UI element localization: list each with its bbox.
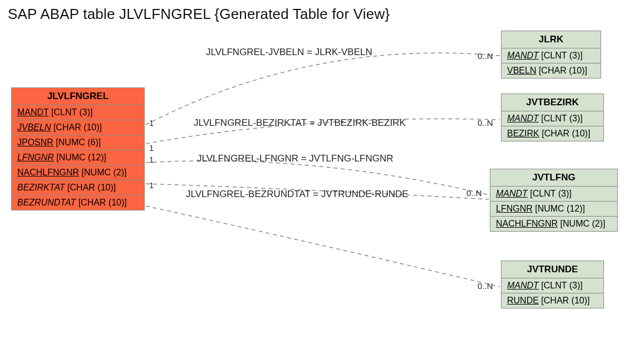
entity-header: JLVLFNGREL xyxy=(12,88,144,105)
card-left-2: 1 xyxy=(149,143,154,153)
entity-field: JPOSNR [NUMC (6)] xyxy=(12,135,144,150)
edge-label-jvtbezirk: JLVLFNGREL-BEZIRKTAT = JVTBEZIRK-BEZIRK xyxy=(194,117,406,129)
edge-label-jvtlfng: JLVLFNGREL-LFNGNR = JVTLFNG-LFNGNR xyxy=(197,153,393,164)
card-right-1: 0..N xyxy=(478,51,493,61)
card-right-3: 0..N xyxy=(466,188,482,198)
entity-header: JLRK xyxy=(502,31,601,48)
page-title: SAP ABAP table JLVLFNGREL {Generated Tab… xyxy=(8,6,390,23)
entity-field: BEZIRKTAT [CHAR (10)] xyxy=(12,180,144,195)
entity-field: MANDT [CLNT (3)] xyxy=(490,187,617,202)
card-left-3: 1 xyxy=(149,155,154,164)
entity-header: JVTRUNDE xyxy=(502,261,603,278)
entity-field: MANDT [CLNT (3)] xyxy=(502,111,603,126)
entity-jvtrunde: JVTRUNDE MANDT [CLNT (3)]RUNDE [CHAR (10… xyxy=(501,261,604,308)
card-left-1: 1 xyxy=(149,118,154,128)
entity-field: MANDT [CLNT (3)] xyxy=(502,48,601,63)
edge-label-jvtrunde: JLVLFNGREL-BEZRUNDTAT = JVTRUNDE-RUNDE xyxy=(186,189,409,200)
entity-field: MANDT [CLNT (3)] xyxy=(502,278,603,293)
entity-jvtbezirk: JVTBEZIRK MANDT [CLNT (3)]BEZIRK [CHAR (… xyxy=(501,94,604,141)
entity-field: BEZIRK [CHAR (10)] xyxy=(502,126,603,141)
card-right-2: 0..N xyxy=(478,118,493,128)
entity-field: RUNDE [CHAR (10)] xyxy=(502,293,603,308)
entity-field: LFNGNR [NUMC (12)] xyxy=(490,202,617,217)
entity-field: NACHLFNGNR [NUMC (2)] xyxy=(490,217,617,231)
entity-jvtlfng: JVTLFNG MANDT [CLNT (3)]LFNGNR [NUMC (12… xyxy=(490,169,618,232)
entity-field: JVBELN [CHAR (10)] xyxy=(12,120,144,135)
entity-header: JVTBEZIRK xyxy=(502,94,603,111)
entity-header: JVTLFNG xyxy=(490,169,617,187)
entity-field: VBELN [CHAR (10)] xyxy=(502,63,601,78)
entity-field: NACHLFNGNR [NUMC (2)] xyxy=(12,165,144,180)
card-left-4: 1 xyxy=(149,180,154,190)
entity-field: MANDT [CLNT (3)] xyxy=(12,105,144,120)
entity-jlrk: JLRK MANDT [CLNT (3)]VBELN [CHAR (10)] xyxy=(501,31,601,79)
entity-field: BEZRUNDTAT [CHAR (10)] xyxy=(12,195,144,210)
card-right-5: 0..N xyxy=(478,281,493,291)
entity-field: LFNGNR [NUMC (12)] xyxy=(12,150,144,165)
edge-label-jlrk: JLVLFNGREL-JVBELN = JLRK-VBELN xyxy=(206,47,372,58)
entity-jlvlfngrel: JLVLFNGREL MANDT [CLNT (3)]JVBELN [CHAR … xyxy=(11,87,145,210)
